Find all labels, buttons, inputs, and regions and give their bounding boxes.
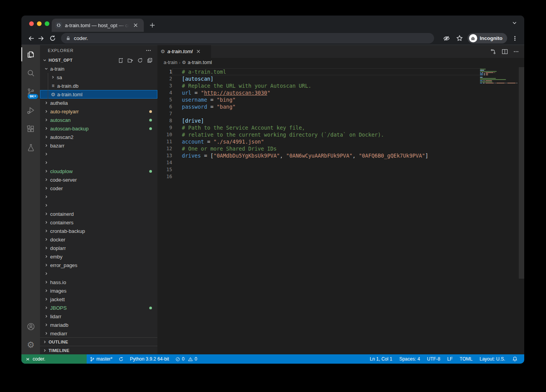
remote-indicator[interactable]: coder. xyxy=(21,354,87,364)
tree-item-blank[interactable] xyxy=(40,158,157,167)
minimap-line xyxy=(480,78,518,79)
tree-item-lidarr[interactable]: lidarr xyxy=(40,312,157,321)
new-file-icon[interactable] xyxy=(118,57,124,63)
status-indentation[interactable]: Spaces: 4 xyxy=(396,354,423,364)
forward-button[interactable] xyxy=(36,33,47,44)
tree-item-a-train-toml[interactable]: ⚙a-train.toml xyxy=(40,90,157,99)
tree-item-mediarr[interactable]: mediarr xyxy=(40,329,157,337)
tree-item-docker[interactable]: docker xyxy=(40,235,157,244)
browser-menu-icon[interactable] xyxy=(509,33,520,44)
tree-item-code-server[interactable]: code-server xyxy=(40,175,157,184)
tab-search-chevron-icon[interactable] xyxy=(512,20,517,26)
tree-item-jbops[interactable]: JBOPS xyxy=(40,304,157,312)
minimap-segment xyxy=(486,75,488,75)
tab-close-icon[interactable] xyxy=(132,22,139,29)
minimap-segment xyxy=(484,73,485,74)
outline-section[interactable]: OUTLINE xyxy=(40,337,157,346)
tree-item-coder[interactable]: coder xyxy=(40,184,157,193)
editor-tab-a-train-toml[interactable]: ⚙ a-train.toml xyxy=(157,45,211,58)
tree-item-blank[interactable] xyxy=(40,201,157,210)
tree-item-a-train-db[interactable]: ≡a-train.db xyxy=(40,82,157,90)
editor-scrollbar[interactable] xyxy=(519,67,524,279)
python-interpreter-item[interactable]: Python 3.9.2 64-bit xyxy=(127,354,172,364)
collapse-all-icon[interactable] xyxy=(147,57,153,63)
chevron-right-icon xyxy=(43,262,49,268)
tree-item-bazarr[interactable]: bazarr xyxy=(40,141,157,150)
code-line-5: 5username = "bing" xyxy=(157,96,524,103)
activitybar-testing[interactable] xyxy=(21,138,40,157)
activitybar-source-control[interactable]: 9K+ xyxy=(21,82,40,101)
minimap[interactable] xyxy=(480,69,518,87)
activitybar-search[interactable] xyxy=(21,64,40,82)
status-language-mode[interactable]: TOML xyxy=(456,354,476,364)
sidebar-header: EXPLORER xyxy=(40,45,157,56)
activitybar-settings[interactable]: ⚙ xyxy=(21,336,40,354)
file-icon: ≡ xyxy=(50,83,56,88)
close-window-button[interactable] xyxy=(29,21,34,26)
tree-item-cloudplow[interactable]: cloudplow xyxy=(40,167,157,175)
status-encoding[interactable]: UTF-8 xyxy=(424,354,444,364)
tree-item-blank[interactable] xyxy=(40,193,157,201)
tree-item-containers[interactable]: containers xyxy=(40,218,157,227)
reload-button[interactable] xyxy=(47,33,58,44)
activitybar-extensions[interactable] xyxy=(21,120,40,138)
new-folder-icon[interactable] xyxy=(127,57,133,63)
minimap-segment xyxy=(480,71,497,72)
maximize-window-button[interactable] xyxy=(45,21,49,26)
tree-item-emby[interactable]: emby xyxy=(40,252,157,261)
open-changes-icon[interactable] xyxy=(490,49,496,55)
status-eol[interactable]: LF xyxy=(444,354,456,364)
tree-item-blank[interactable] xyxy=(40,269,157,278)
code-line-9: 9# Path to the Service Account key file, xyxy=(157,124,524,131)
eye-off-icon[interactable] xyxy=(441,33,452,44)
minimize-window-button[interactable] xyxy=(37,21,42,26)
tree-item-doplarr[interactable]: doplarr xyxy=(40,244,157,252)
tree-root-host-opt[interactable]: HOST_OPT xyxy=(40,56,157,64)
code-line-15: 15 xyxy=(157,166,524,173)
close-editor-icon[interactable] xyxy=(195,48,202,55)
editor-more-actions-icon[interactable] xyxy=(513,49,519,54)
tree-item-a-train[interactable]: a-train xyxy=(40,64,157,73)
address-bar[interactable]: coder. xyxy=(61,33,434,43)
git-status-dot xyxy=(149,307,152,309)
breadcrumb-folder[interactable]: a-train xyxy=(164,60,177,65)
tree-item-containerd[interactable]: containerd xyxy=(40,210,157,218)
tree-item-autoscan2[interactable]: autoscan2 xyxy=(40,133,157,141)
tree-item-autoscan[interactable]: autoscan xyxy=(40,116,157,124)
git-branch-item[interactable]: master* xyxy=(87,354,115,364)
new-tab-button[interactable] xyxy=(147,20,158,31)
code-editor[interactable]: 1# a-train.toml2[autoscan]3# Replace the… xyxy=(157,67,524,354)
browser-tab[interactable]: a-train.toml — host_opt — cod xyxy=(52,19,144,32)
tree-item-crontab-backup[interactable]: crontab-backup xyxy=(40,227,157,235)
tree-item-hass-io[interactable]: hass.io xyxy=(40,278,157,286)
tree-item-jackett[interactable]: jackett xyxy=(40,295,157,304)
tree-item-blank[interactable] xyxy=(40,150,157,158)
activitybar-run-debug[interactable] xyxy=(21,101,40,120)
tree-item-mariadb[interactable]: mariadb xyxy=(40,321,157,329)
sync-item[interactable] xyxy=(115,354,127,364)
git-status-dot xyxy=(149,170,152,173)
status-keyboard-layout[interactable]: Layout: U.S. xyxy=(476,354,509,364)
tree-item-sa[interactable]: sa xyxy=(40,73,157,82)
tree-item-autoscan-backup[interactable]: autoscan-backup xyxy=(40,124,157,133)
indent-guide xyxy=(48,90,48,99)
timeline-section[interactable]: TIMELINE xyxy=(40,346,157,354)
line-number: 11 xyxy=(157,138,172,145)
tree-item-auto-replyarr[interactable]: auto-replyarr xyxy=(40,107,157,116)
minimap-segment xyxy=(495,83,495,83)
problems-item[interactable]: 0 0 xyxy=(172,354,200,364)
back-button[interactable] xyxy=(25,33,36,44)
split-editor-icon[interactable] xyxy=(502,49,508,55)
status-cursor-position[interactable]: Ln 1, Col 1 xyxy=(366,354,396,364)
sidebar-more-actions-icon[interactable] xyxy=(146,48,151,53)
bookmark-star-icon[interactable] xyxy=(454,33,465,44)
notifications-bell-icon[interactable] xyxy=(509,354,521,364)
activitybar-account[interactable] xyxy=(21,317,40,336)
tree-item-images[interactable]: images xyxy=(40,286,157,295)
line-number: 16 xyxy=(157,173,172,180)
refresh-icon[interactable] xyxy=(137,57,143,63)
activitybar-explorer[interactable] xyxy=(21,45,40,64)
tree-item-authelia[interactable]: authelia xyxy=(40,99,157,107)
breadcrumb-file[interactable]: a-train.toml xyxy=(188,60,212,65)
tree-item-error-pages[interactable]: error_pages xyxy=(40,261,157,269)
